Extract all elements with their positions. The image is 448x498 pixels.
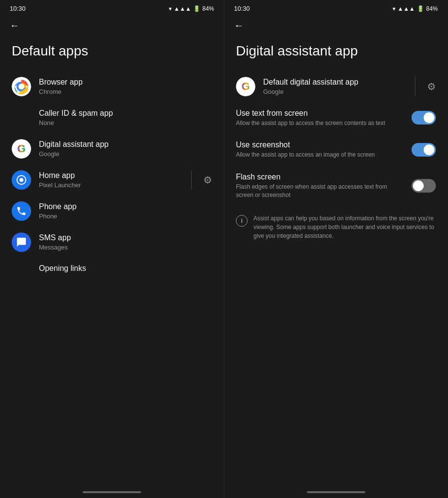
sms-app-subtitle: Messages — [39, 244, 212, 251]
messages-app-icon — [12, 232, 31, 252]
assistant-divider — [415, 77, 415, 96]
phone-app-icon — [12, 201, 31, 221]
home-app-text: Home app Pixel Launcher — [39, 171, 179, 189]
default-assistant-title: Default digital assistant app — [263, 77, 403, 88]
default-assistant-subtitle: Google — [263, 88, 403, 95]
flash-screen-thumb — [413, 180, 424, 191]
info-section: i Assist apps can help you based on info… — [224, 206, 448, 248]
browser-app-subtitle: Chrome — [39, 88, 212, 95]
home-gear-icon[interactable]: ⚙ — [203, 174, 212, 186]
flash-screen-setting[interactable]: Flash screen Flash edges of screen when … — [224, 166, 448, 206]
svg-text:G: G — [17, 142, 25, 155]
caller-id-item[interactable]: Caller ID & spam app None — [0, 102, 224, 133]
text-from-screen-setting[interactable]: Use text from screen Allow the assist ap… — [224, 102, 448, 134]
phone-app-item[interactable]: Phone app Phone — [0, 196, 224, 227]
default-assistant-text: Default digital assistant app Google — [263, 77, 403, 96]
chrome-icon — [12, 77, 31, 96]
flash-screen-text: Flash screen Flash edges of screen when … — [236, 173, 406, 199]
assistant-gear-icon[interactable]: ⚙ — [427, 81, 436, 92]
signal-icon-right: ▲▲▲ — [397, 5, 415, 12]
browser-app-text: Browser app Chrome — [39, 77, 212, 96]
text-from-screen-thumb — [424, 112, 434, 123]
wifi-icon-right: ▾ — [393, 5, 395, 12]
phone-app-text: Phone app Phone — [39, 202, 212, 220]
bottom-bar-right — [307, 491, 365, 493]
sms-app-title: SMS app — [39, 233, 212, 243]
opening-links-item[interactable]: Opening links — [0, 258, 224, 280]
flash-screen-desc: Flash edges of screen when assist app ac… — [236, 183, 406, 199]
text-from-screen-desc: Allow the assist app to access the scree… — [236, 119, 406, 127]
browser-app-item[interactable]: Browser app Chrome — [0, 71, 224, 102]
page-title-right: Digital assistant app — [224, 39, 448, 71]
screenshot-toggle[interactable] — [412, 143, 436, 157]
text-from-screen-title: Use text from screen — [236, 109, 406, 118]
wifi-icon: ▾ — [169, 5, 172, 12]
text-from-screen-toggle[interactable] — [412, 111, 436, 124]
pixel-launcher-icon — [12, 170, 31, 190]
sms-app-item[interactable]: SMS app Messages — [0, 227, 224, 258]
google-icon-left: G G — [12, 139, 31, 159]
caller-icon-placeholder — [12, 108, 31, 127]
digital-assistant-text: Digital assistant app Google — [39, 140, 212, 158]
status-icons-left: ▾ ▲▲▲ 🔋 84% — [169, 5, 214, 12]
status-bar-right: 10:30 ▾ ▲▲▲ 🔋 84% — [224, 0, 448, 15]
opening-links-text: Opening links — [39, 264, 212, 274]
battery-pct-right: 84% — [426, 5, 438, 12]
caller-id-text: Caller ID & spam app None — [39, 108, 212, 127]
sms-app-text: SMS app Messages — [39, 233, 212, 251]
home-divider — [191, 170, 192, 190]
svg-text:G: G — [241, 80, 250, 92]
caller-id-subtitle: None — [39, 119, 212, 126]
left-screen: 10:30 ▾ ▲▲▲ 🔋 84% ← Default apps — [0, 0, 224, 498]
home-app-subtitle: Pixel Launcher — [39, 181, 179, 189]
battery-icon: 🔋 — [193, 5, 200, 12]
flash-screen-title: Flash screen — [236, 173, 406, 181]
battery-icon-right: 🔋 — [417, 5, 424, 12]
svg-point-2 — [18, 84, 24, 89]
home-app-title: Home app — [39, 171, 179, 181]
info-text: Assist apps can help you based on inform… — [253, 214, 436, 240]
caller-id-title: Caller ID & spam app — [39, 108, 212, 119]
phone-app-subtitle: Phone — [39, 213, 212, 220]
screenshot-desc: Allow the assist app to access an image … — [236, 151, 406, 159]
page-title-left: Default apps — [0, 39, 224, 71]
text-from-screen-text: Use text from screen Allow the assist ap… — [236, 109, 406, 127]
screenshot-title: Use screenshot — [236, 141, 406, 149]
phone-app-title: Phone app — [39, 202, 212, 212]
back-button-right[interactable]: ← — [224, 15, 448, 39]
status-icons-right: ▾ ▲▲▲ 🔋 84% — [393, 5, 438, 12]
opening-links-title: Opening links — [39, 264, 212, 274]
bottom-bar-left — [83, 491, 141, 493]
time-right: 10:30 — [234, 5, 250, 12]
signal-icon: ▲▲▲ — [174, 5, 191, 12]
info-icon: i — [236, 215, 248, 227]
home-app-item[interactable]: Home app Pixel Launcher ⚙ — [0, 164, 224, 196]
digital-assistant-item[interactable]: G G Digital assistant app Google — [0, 133, 224, 164]
default-assistant-item[interactable]: G Default digital assistant app Google ⚙ — [224, 71, 448, 102]
digital-assistant-subtitle: Google — [39, 150, 212, 158]
back-button-left[interactable]: ← — [0, 15, 224, 39]
svg-point-7 — [19, 178, 23, 182]
screenshot-text: Use screenshot Allow the assist app to a… — [236, 141, 406, 159]
screenshot-thumb — [424, 144, 434, 155]
battery-pct-left: 84% — [202, 5, 214, 12]
google-icon-right: G — [236, 77, 255, 96]
browser-app-title: Browser app — [39, 77, 212, 88]
time-left: 10:30 — [10, 5, 26, 12]
status-bar-left: 10:30 ▾ ▲▲▲ 🔋 84% — [0, 0, 224, 15]
flash-screen-toggle[interactable] — [412, 179, 436, 193]
digital-assistant-title: Digital assistant app — [39, 140, 212, 150]
right-screen: 10:30 ▾ ▲▲▲ 🔋 84% ← Digital assistant ap… — [224, 0, 448, 498]
screenshot-setting[interactable]: Use screenshot Allow the assist app to a… — [224, 134, 448, 166]
